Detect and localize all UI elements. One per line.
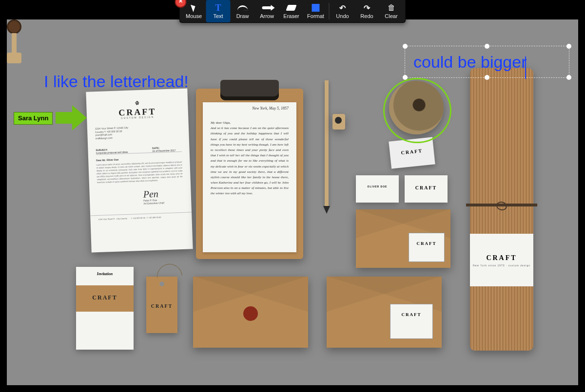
tag-kraft-logo: CRAFT [146,303,177,309]
tool-draw[interactable]: Draw [231,0,255,22]
toolbar-separator [329,3,330,19]
env1-cardlet: CRAFT [409,233,445,262]
resize-handle-tr[interactable] [566,44,571,49]
signer-title: Art Executive Chief [143,201,164,205]
trash-icon: 🗑 [388,3,395,12]
letter-body: Lorem ipsum dolor sit amet, consectetur … [96,161,182,184]
participant-pointer-arrow-icon [56,105,87,131]
annotation-text-2-value: could be bigger [413,53,527,71]
draw-icon [237,5,248,11]
tool-draw-label: Draw [236,13,249,19]
env3-cardlet: CRAFT [390,304,433,339]
artwork-business-card-logo: CRAFT [405,175,448,203]
resize-handle-tl[interactable] [403,44,408,49]
text-icon: T [215,3,221,12]
participant-name-tag[interactable]: Sara Lynn [14,112,53,125]
tool-format[interactable]: Format [304,0,328,22]
cursor-icon [191,3,197,12]
tool-format-label: Format [307,13,324,19]
artwork-clipboard: New York, May 5, 1857 My dear Olga, And … [196,89,303,259]
tool-clear-label: Clear [385,13,397,19]
resize-handle-br[interactable] [566,75,571,80]
tool-clear[interactable]: 🗑 Clear [379,0,404,22]
artwork-envelope-sealed [193,277,308,348]
bc-logo: CRAFT [405,185,448,190]
artwork-letterhead: ♔ CRAFT CUSTOM DESIGN 1234 Your Street P… [86,88,193,252]
tool-undo-label: Undo [336,13,349,19]
tool-arrow[interactable]: Arrow [255,0,279,22]
artwork-envelope-3: CRAFT [327,277,442,348]
tool-eraser[interactable]: Eraser [279,0,304,22]
annotation-toolbar: ✕ Mouse T Text Draw Arrow Eraser Format … [179,0,406,23]
artwork-pencil [325,80,329,206]
tool-mouse-label: Mouse [186,13,202,19]
clipboard-script: And so it has come because I am on the q… [211,126,289,195]
invitation-logo: CRAFT [76,294,134,301]
artwork-invitation: Invitation CRAFT Let's Joke Afternoon [76,267,134,350]
annotation-text-2-editing[interactable]: could be bigger [413,54,527,70]
annotation-drawn-circle[interactable] [383,78,451,143]
arrow-icon [262,6,272,9]
undo-icon: ↶ [339,3,346,12]
tool-text-label: Text [213,13,223,19]
artwork-tag-kraft: CRAFT [146,277,177,333]
redo-icon: ↷ [364,3,370,12]
roll-subline: New York since 1970 · custom design [470,264,533,267]
artwork-stamp [7,19,21,68]
eraser-icon [286,5,296,11]
resize-handle-bm[interactable] [485,75,489,80]
clipboard-salutation: My dear Olga, [211,121,231,125]
text-caret-icon [525,56,526,79]
annotation-text-1[interactable]: I like the letterhead! [44,73,189,90]
clipboard-date: New York, May 5, 1857 [203,106,289,111]
letterhead-address: 1234 Your Street P. 12345 City Country T… [95,126,130,140]
tool-text[interactable]: T Text [206,0,231,22]
tool-eraser-label: Eraser [283,13,299,19]
letter-footer-right: T +00 000 00 00 · F +00 000 00 00 [131,216,161,220]
resize-handle-tm[interactable] [485,44,489,49]
letter-footer-left: 1234 Your Street P. · City Country [98,217,127,221]
tool-arrow-label: Arrow [260,13,274,19]
roll-logo: CRAFT [470,254,533,262]
artwork-sharpener [332,114,345,130]
tool-redo-label: Redo [360,13,373,19]
invitation-title: Invitation [76,272,134,276]
canvas-stage[interactable]: ♔ CRAFT CUSTOM DESIGN 1234 Your Street P… [7,19,578,385]
tool-redo[interactable]: ↷ Redo [355,0,379,22]
format-color-icon [312,4,320,12]
wax-seal-icon [243,306,258,321]
artwork-envelope-1: CRAFT [356,209,450,268]
clipboard-clip-icon [220,80,279,100]
bc-name: OLIVER DOE [356,185,399,188]
artwork-business-card-name: OLIVER DOE [356,175,399,203]
tool-undo[interactable]: ↶ Undo [331,0,355,22]
artwork-roll: CRAFT New York since 1970 · custom desig… [470,68,533,351]
tag-small-logo: CRAFT [390,147,434,156]
